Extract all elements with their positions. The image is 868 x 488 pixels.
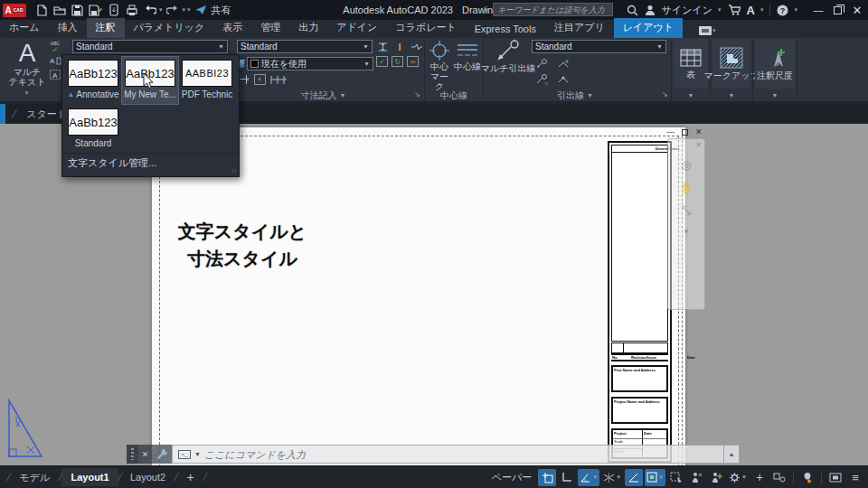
- markup-panel-expand[interactable]: ▼: [712, 89, 750, 101]
- center-mark-button[interactable]: 中心 マーク: [427, 40, 452, 91]
- dim-layer-combo[interactable]: 現在を使用 ▼: [247, 57, 373, 70]
- search-expand-icon[interactable]: ▶: [484, 5, 489, 14]
- save-to-mobile-icon[interactable]: [106, 3, 121, 17]
- workspace-dropdown-icon[interactable]: ▼: [741, 474, 747, 480]
- isodraft-dropdown-icon[interactable]: ▼: [616, 474, 621, 480]
- manage-text-styles-button[interactable]: 文字スタイル管理...: [62, 153, 239, 173]
- mtext-button[interactable]: A マルチ テキスト ▾: [7, 40, 47, 98]
- dim-style-combo[interactable]: Standard ▼: [237, 40, 373, 53]
- customization-menu-button[interactable]: ≡: [846, 469, 864, 486]
- continue-dimension-button[interactable]: ▾: [270, 75, 288, 85]
- search-input[interactable]: [493, 3, 613, 16]
- new-layout-button[interactable]: +: [178, 466, 203, 488]
- markup-button[interactable]: マークアップ: [712, 39, 750, 89]
- command-recent-dropdown-icon[interactable]: ▼: [194, 451, 201, 457]
- tab-manage[interactable]: 管理: [251, 18, 289, 38]
- ribbon-display-toggle[interactable]: ▾: [699, 26, 716, 35]
- command-history-toggle[interactable]: ▲: [724, 445, 740, 464]
- multileader-button[interactable]: マルチ引出線: [486, 40, 531, 73]
- undo-icon[interactable]: [142, 3, 157, 17]
- user-avatar-icon[interactable]: [645, 5, 656, 15]
- osnap-dropdown-icon[interactable]: ▼: [658, 474, 664, 480]
- help-dropdown-icon[interactable]: ▾: [794, 6, 797, 14]
- command-customize-wrench-icon[interactable]: [152, 445, 172, 464]
- dim-dialog-launcher-icon[interactable]: ↘: [414, 90, 420, 99]
- dim-adjust-space-icon[interactable]: [376, 40, 390, 53]
- signin-dropdown-icon[interactable]: ▾: [718, 6, 722, 14]
- style-item-annotative[interactable]: AaBb123 ▲Annotative: [65, 57, 121, 104]
- qat-customize-icon[interactable]: ▾: [187, 6, 191, 14]
- layout2-tab[interactable]: Layout2: [121, 468, 175, 486]
- leader-panel-label[interactable]: 引出線▼: [485, 89, 665, 101]
- model-tab[interactable]: モデル: [10, 467, 59, 488]
- centerline-panel-label[interactable]: 中心線: [425, 89, 483, 101]
- annotation-scale-panel-expand[interactable]: ▼: [755, 89, 795, 101]
- search-icon[interactable]: [627, 5, 638, 16]
- polar-tracking-button[interactable]: ▼: [578, 469, 599, 486]
- restore-button[interactable]: [834, 6, 842, 14]
- dim-override-icon[interactable]: ∞: [407, 56, 419, 67]
- leader-remove-icon[interactable]: [533, 72, 550, 86]
- autodesk-dropdown-icon[interactable]: ▾: [760, 6, 764, 14]
- open-folder-icon[interactable]: [52, 3, 67, 17]
- navbar-wheel-icon[interactable]: ◎: [668, 158, 704, 172]
- dim-check-icon[interactable]: ✓: [376, 56, 388, 67]
- quick-properties-button[interactable]: [770, 469, 788, 486]
- dim-text-edit-icon[interactable]: I: [393, 40, 407, 53]
- annotation-visibility-button[interactable]: [687, 469, 705, 486]
- autodesk-a-icon[interactable]: A: [747, 4, 755, 17]
- annotation-monitor-button[interactable]: +: [750, 469, 769, 486]
- center-line-button[interactable]: 中心線: [453, 40, 482, 71]
- style-item-standard[interactable]: AaBb123 Standard: [65, 106, 121, 153]
- command-drag-handle[interactable]: [127, 445, 138, 464]
- command-close-icon[interactable]: ✕: [138, 445, 152, 464]
- popup-resize-grip[interactable]: ∷: [232, 168, 237, 175]
- tab-layout[interactable]: レイアウト: [614, 18, 683, 38]
- table-panel-expand[interactable]: ▼: [674, 89, 708, 101]
- navigation-bar[interactable]: ✕ ◎ ✋ ⤡ ▾: [667, 138, 705, 310]
- doc-close-icon[interactable]: ✕: [695, 128, 703, 136]
- tab-view[interactable]: 表示: [213, 18, 251, 38]
- signin-button[interactable]: サインイン: [662, 4, 712, 17]
- navbar-zoom-icon[interactable]: ⤡: [668, 203, 704, 218]
- quick-dimension-button[interactable]: ⚡: [254, 74, 266, 85]
- tab-home[interactable]: ホーム: [0, 18, 49, 38]
- tab-annotate[interactable]: 注釈: [87, 18, 125, 38]
- selection-cycling-button[interactable]: [667, 469, 685, 486]
- polar-dropdown-icon[interactable]: ▼: [592, 474, 598, 480]
- object-snap-button[interactable]: ▼: [645, 469, 665, 486]
- autoscale-button[interactable]: [707, 469, 725, 486]
- isolate-objects-button[interactable]: [798, 469, 816, 486]
- tab-addins[interactable]: アドイン: [327, 18, 386, 38]
- table-button[interactable]: 表: [674, 39, 708, 89]
- redo-icon[interactable]: [165, 3, 181, 17]
- close-button[interactable]: ✕: [852, 4, 863, 17]
- leader-dialog-launcher-icon[interactable]: ↘: [662, 90, 668, 99]
- tab-express-tools[interactable]: Express Tools: [466, 21, 545, 38]
- leader-align-icon[interactable]: [555, 72, 571, 86]
- app-store-cart-icon[interactable]: [728, 5, 741, 15]
- redo-dropdown-icon[interactable]: ▾: [183, 6, 186, 14]
- dim-update-icon[interactable]: ↻: [392, 56, 403, 67]
- undo-dropdown-icon[interactable]: ▾: [159, 6, 163, 14]
- minimize-button[interactable]: —: [813, 5, 824, 15]
- doc-restore-icon[interactable]: [682, 129, 688, 136]
- layout1-tab[interactable]: Layout1: [61, 468, 118, 486]
- save-icon[interactable]: [70, 3, 85, 17]
- tab-parametric[interactable]: パラメトリック: [125, 18, 214, 38]
- annotation-scale-button[interactable]: 注釈尺度: [755, 39, 795, 89]
- isodraft-button[interactable]: ▼: [601, 469, 623, 486]
- tab-featured-apps[interactable]: 注目アプリ: [545, 18, 614, 38]
- snap-mode-button[interactable]: [538, 469, 556, 486]
- ortho-mode-button[interactable]: [558, 469, 576, 486]
- doc-minimize-icon[interactable]: —: [666, 128, 675, 136]
- leader-style-combo[interactable]: Standard ▼: [532, 40, 666, 53]
- share-button[interactable]: 共有: [212, 4, 231, 17]
- tab-collaborate[interactable]: コラボレート: [386, 18, 465, 38]
- command-input-area[interactable]: >_ ▼: [172, 445, 724, 464]
- spell-check-icon[interactable]: ABC ✓: [47, 40, 63, 54]
- style-item-pdf-technic[interactable]: AABBI23 PDF Technic: [179, 57, 235, 104]
- autocad-logo-icon[interactable]: A CAD: [3, 4, 26, 17]
- clean-screen-button[interactable]: [826, 469, 844, 486]
- leader-collect-icon[interactable]: [555, 57, 571, 70]
